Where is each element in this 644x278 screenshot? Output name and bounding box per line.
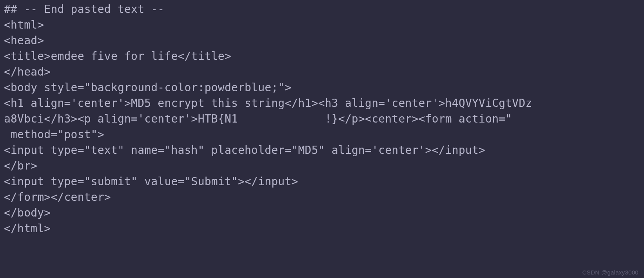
code-line: <h1 align='center'>MD5 encrypt this stri… xyxy=(4,97,532,110)
code-line: </form></center> xyxy=(4,191,111,204)
code-line: <input type="submit" value="Submit"></in… xyxy=(4,175,298,188)
code-line: <input type="text" name="hash" placehold… xyxy=(4,144,485,157)
code-line: ## -- End pasted text -- xyxy=(4,3,164,16)
code-line: <title>emdee five for life</title> xyxy=(4,50,231,63)
code-line: </br> xyxy=(4,159,37,172)
code-line: </html> xyxy=(4,222,51,235)
code-line: <head> xyxy=(4,34,44,47)
code-line: </head> xyxy=(4,65,51,78)
code-block: ## -- End pasted text -- <html> <head> <… xyxy=(0,0,644,240)
watermark-text: CSDN @galaxy3000 xyxy=(582,269,639,276)
code-line: <body style="background-color:powderblue… xyxy=(4,81,291,94)
code-line: </body> xyxy=(4,206,51,219)
code-line: <html> xyxy=(4,18,44,31)
code-line: a8Vbci</h3><p align='center'>HTB{N1 !}</… xyxy=(4,112,512,125)
code-line: method="post"> xyxy=(4,128,104,141)
